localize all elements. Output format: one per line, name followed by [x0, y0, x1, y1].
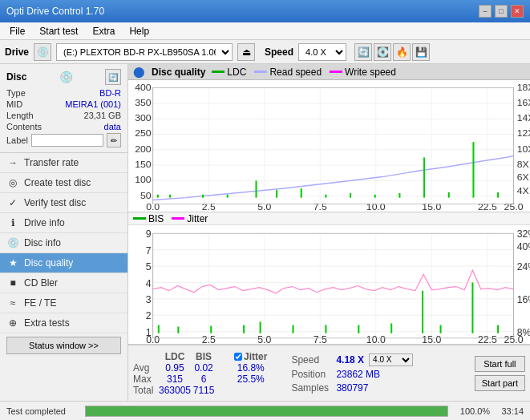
nav-cd-bler-label: CD Bler [24, 277, 58, 289]
nav-cd-bler[interactable]: ■ CD Bler [0, 273, 127, 293]
disc-icon[interactable]: 💽 [374, 43, 391, 61]
svg-rect-57 [128, 225, 530, 344]
svg-rect-95 [210, 326, 212, 333]
nav-disc-quality-label: Disc quality [24, 257, 73, 269]
svg-text:15.0: 15.0 [422, 201, 441, 212]
svg-text:10X: 10X [517, 143, 530, 155]
nav-create-test-disc-label: Create test disc [24, 177, 91, 188]
top-chart: 400 350 300 250 200 150 100 50 18X 16X 1… [128, 80, 530, 212]
label-input[interactable] [31, 134, 103, 147]
svg-text:10.0: 10.0 [366, 201, 386, 212]
nav-drive-info-label: Drive info [24, 217, 65, 228]
svg-rect-46 [276, 190, 277, 198]
menu-help[interactable]: Help [123, 24, 156, 38]
svg-rect-44 [227, 195, 229, 198]
svg-rect-41 [157, 195, 159, 198]
stats-row-avg: Avg 0.95 0.02 16.8% [133, 362, 272, 374]
jitter-col-header: Jitter [229, 351, 272, 362]
speed-row-label: Speed [291, 354, 331, 365]
burn-icon[interactable]: 🔥 [393, 43, 411, 61]
avg-jitter: 16.8% [229, 362, 272, 374]
disc-info-icon: 💿 [6, 237, 19, 248]
nav-transfer-rate[interactable]: → Transfer rate [0, 153, 127, 173]
nav-drive-info[interactable]: ℹ Drive info [0, 213, 127, 233]
nav-disc-info[interactable]: 💿 Disc info [0, 233, 127, 253]
svg-text:40%: 40% [517, 241, 530, 252]
type-label: Type [6, 88, 26, 98]
svg-rect-45 [255, 180, 257, 197]
stats-row-max: Max 315 6 25.5% [133, 374, 272, 385]
bottom-chart-header: BIS Jitter [128, 212, 530, 225]
eject-button[interactable]: ⏏ [237, 43, 255, 61]
stats-row-total: Total 363005 7115 [133, 385, 272, 396]
label-label: Label [6, 135, 28, 145]
status-text: Test completed [6, 406, 79, 416]
svg-rect-51 [399, 193, 400, 198]
nav-verify-test-disc[interactable]: ✓ Verify test disc [0, 193, 127, 213]
cd-bler-icon: ■ [6, 277, 19, 289]
status-window-btn[interactable]: Status window >> [6, 337, 121, 354]
svg-text:5: 5 [146, 261, 152, 273]
svg-rect-104 [471, 282, 473, 333]
maximize-button[interactable]: □ [495, 5, 508, 18]
minimize-button[interactable]: – [479, 5, 492, 18]
svg-text:150: 150 [135, 159, 152, 170]
start-full-button[interactable]: Start full [475, 356, 525, 372]
speed-select[interactable]: 4.0 X [298, 43, 346, 61]
nav-fe-te[interactable]: ≈ FE / TE [0, 293, 127, 313]
svg-text:16%: 16% [517, 294, 530, 305]
save-icon[interactable]: 💾 [412, 43, 430, 61]
drive-select[interactable]: (E:) PLEXTOR BD-R PX-LB950SA 1.06 [56, 43, 233, 61]
svg-text:16X: 16X [517, 97, 530, 108]
refresh-icon[interactable]: 🔄 [354, 43, 372, 61]
mid-value: MEIRA1 (001) [65, 99, 121, 109]
svg-text:14X: 14X [517, 112, 530, 123]
legend-ldc-label: LDC [227, 67, 246, 78]
svg-text:18X: 18X [517, 82, 530, 93]
sidebar: Disc 💿 🔄 Type BD-R MID MEIRA1 (001) Leng… [0, 64, 128, 401]
verify-test-disc-icon: ✓ [6, 197, 19, 208]
bottom-chart-legend: BIS Jitter [133, 213, 208, 224]
nav-disc-info-label: Disc info [24, 237, 61, 248]
svg-text:24%: 24% [517, 261, 530, 273]
svg-text:5.0: 5.0 [257, 334, 271, 344]
svg-text:2.5: 2.5 [202, 201, 216, 212]
nav-create-test-disc[interactable]: ◎ Create test disc [0, 173, 127, 193]
jitter-checkbox[interactable] [234, 353, 242, 361]
drive-icon: 💿 [34, 43, 51, 61]
svg-text:8X: 8X [517, 159, 529, 170]
menu-file[interactable]: File [3, 24, 31, 38]
disc-title: Disc [6, 71, 26, 83]
max-jitter: 25.5% [229, 374, 272, 385]
avg-label: Avg [133, 362, 159, 374]
speed-section: Speed 4.18 X 4.0 X Position 23862 MB Sam… [291, 353, 413, 394]
write-speed-color [330, 71, 342, 73]
svg-rect-50 [374, 195, 376, 198]
contents-value: data [104, 122, 121, 131]
nav-extra-tests[interactable]: ⊕ Extra tests [0, 313, 127, 333]
svg-rect-55 [497, 192, 499, 198]
svg-text:300: 300 [135, 112, 152, 123]
disc-quality-icon: ★ [6, 257, 19, 269]
drivebar: Drive 💿 (E:) PLEXTOR BD-R PX-LB950SA 1.0… [0, 40, 530, 64]
menu-start-test[interactable]: Start test [33, 24, 84, 38]
start-part-button[interactable]: Start part [475, 375, 525, 391]
speed-row-select[interactable]: 4.0 X [369, 353, 413, 366]
svg-rect-47 [301, 188, 302, 198]
max-label: Max [133, 374, 159, 385]
svg-text:50: 50 [140, 190, 152, 201]
ldc-color [212, 71, 225, 73]
statusbar: Test completed 100.0% 33:14 [0, 401, 530, 420]
menu-extra[interactable]: Extra [86, 24, 121, 38]
disc-refresh-btn[interactable]: 🔄 [105, 69, 121, 85]
label-edit-btn[interactable]: ✏ [107, 133, 121, 147]
chart-legend: LDC Read speed Write speed [212, 67, 396, 78]
disc-panel-icon: 💿 [59, 71, 73, 83]
nav-disc-quality[interactable]: ★ Disc quality [0, 253, 127, 273]
bis-col-header: BIS [191, 351, 216, 362]
svg-rect-48 [325, 195, 326, 198]
legend-write-speed: Write speed [330, 67, 396, 78]
samples-label: Samples [291, 382, 331, 394]
svg-rect-96 [243, 325, 245, 333]
close-button[interactable]: ✕ [511, 5, 524, 18]
